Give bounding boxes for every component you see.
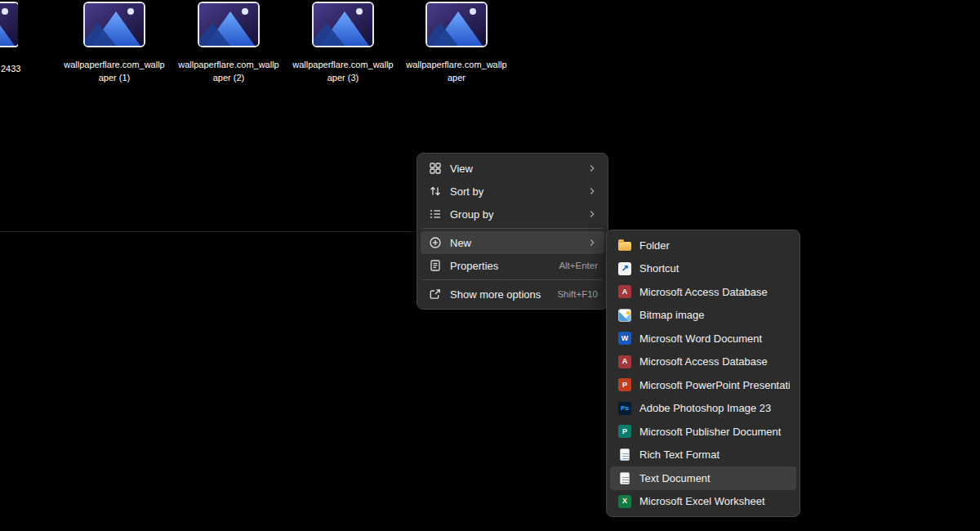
sort-icon xyxy=(429,185,442,198)
menu-item-show-more-options[interactable]: Show more options Shift+F10 xyxy=(421,283,604,306)
more-options-icon xyxy=(429,288,442,301)
submenu-item-label: Bitmap image xyxy=(639,309,790,321)
submenu-item-excel-worksheet[interactable]: X Microsoft Excel Worksheet xyxy=(610,490,796,514)
desktop-icon[interactable]: wallpaperflare.com_wallpaper (2) xyxy=(172,2,286,85)
photoshop-icon: Ps xyxy=(618,402,631,415)
submenu-item-text-document[interactable]: Text Document xyxy=(610,466,796,490)
desktop-icon[interactable]: wallpaperflare.com_wallpaper (1) xyxy=(57,2,172,85)
menu-item-label: Show more options xyxy=(450,288,547,301)
submenu-item-label: Microsoft Word Document xyxy=(639,332,790,345)
properties-icon xyxy=(429,259,442,272)
image-thumbnail xyxy=(83,2,145,47)
submenu-item-label: Rich Text Format xyxy=(639,448,790,461)
submenu-item-photoshop-image[interactable]: Ps Adobe Photoshop Image 23 xyxy=(610,397,796,421)
submenu-item-powerpoint-presentation[interactable]: P Microsoft PowerPoint Presentation xyxy=(610,373,796,397)
image-thumbnail xyxy=(198,2,260,47)
submenu-item-label: Text Document xyxy=(639,472,790,484)
menu-item-sort-by[interactable]: Sort by xyxy=(421,180,604,203)
desktop-icon-label: 2433 xyxy=(1,64,37,74)
submenu-item-label: Adobe Photoshop Image 23 xyxy=(639,402,790,414)
menu-item-label: New xyxy=(450,237,586,249)
desktop-icon-label: wallpaperflare.com_wallpaper (2) xyxy=(177,59,280,85)
submenu-item-access-database[interactable]: A Microsoft Access Database xyxy=(610,280,796,304)
submenu-item-label: Microsoft Excel Worksheet xyxy=(639,495,790,507)
submenu-item-label: Microsoft Publisher Document xyxy=(639,426,790,438)
new-plus-icon xyxy=(429,236,442,249)
excel-icon: X xyxy=(618,495,631,508)
submenu-item-rich-text-format[interactable]: Rich Text Format xyxy=(610,444,796,467)
submenu-item-word-document[interactable]: W Microsoft Word Document xyxy=(610,327,796,350)
shortcut-icon: ↗ xyxy=(618,262,631,275)
publisher-icon: P xyxy=(618,425,631,438)
submenu-item-shortcut[interactable]: ↗ Shortcut xyxy=(610,257,796,281)
desktop-icon-label: wallpaperflare.com_wallpaper (1) xyxy=(63,59,166,85)
powerpoint-icon: P xyxy=(618,378,631,391)
submenu-item-label: Shortcut xyxy=(639,262,790,274)
rtf-icon xyxy=(618,448,631,462)
group-list-icon xyxy=(429,207,442,221)
menu-item-view[interactable]: View xyxy=(421,157,604,180)
new-submenu: Folder ↗ Shortcut A Microsoft Access Dat… xyxy=(606,230,800,517)
context-menu: View Sort by Group by New xyxy=(416,153,608,310)
desktop-icon-partial[interactable] xyxy=(0,2,18,52)
image-thumbnail xyxy=(0,2,18,47)
desktop-icon[interactable]: wallpaperflare.com_wallpaper xyxy=(399,2,514,85)
desktop-icon-label: wallpaperflare.com_wallpaper xyxy=(405,59,508,85)
submenu-item-label: Folder xyxy=(639,239,790,252)
chevron-right-icon xyxy=(586,208,598,220)
menu-item-shortcut: Alt+Enter xyxy=(549,261,598,270)
image-thumbnail xyxy=(312,2,374,47)
submenu-item-label: Microsoft PowerPoint Presentation xyxy=(639,379,790,391)
chevron-right-icon xyxy=(586,185,598,197)
selection-line xyxy=(0,231,416,232)
menu-item-label: Sort by xyxy=(450,185,586,198)
submenu-item-bitmap-image[interactable]: Bitmap image xyxy=(610,304,796,328)
submenu-item-label: Microsoft Access Database xyxy=(639,355,790,368)
access-icon: A xyxy=(618,355,631,368)
submenu-item-folder[interactable]: Folder xyxy=(610,234,796,257)
image-thumbnail xyxy=(425,2,488,47)
desktop-icon-label: wallpaperflare.com_wallpaper (3) xyxy=(292,59,394,85)
menu-item-label: Group by xyxy=(450,208,586,221)
desktop-icon[interactable]: wallpaperflare.com_wallpaper (3) xyxy=(286,2,400,85)
chevron-right-icon xyxy=(586,163,598,174)
menu-item-label: Properties xyxy=(450,260,549,272)
text-document-icon xyxy=(618,471,631,484)
menu-item-group-by[interactable]: Group by xyxy=(421,203,604,225)
submenu-item-label: Microsoft Access Database xyxy=(639,286,790,298)
menu-item-label: View xyxy=(450,163,586,175)
menu-separator xyxy=(422,279,603,280)
submenu-item-access-database-2[interactable]: A Microsoft Access Database xyxy=(610,350,796,374)
menu-separator xyxy=(422,228,603,229)
chevron-right-icon xyxy=(586,237,598,248)
bitmap-image-icon xyxy=(618,309,631,322)
menu-item-shortcut: Shift+F10 xyxy=(547,289,598,299)
access-icon: A xyxy=(618,285,631,298)
submenu-item-publisher-document[interactable]: P Microsoft Publisher Document xyxy=(610,420,796,444)
view-grid-icon xyxy=(429,162,442,175)
menu-item-properties[interactable]: Properties Alt+Enter xyxy=(421,254,604,277)
folder-icon xyxy=(618,239,631,252)
menu-item-new[interactable]: New xyxy=(421,231,604,254)
word-icon: W xyxy=(618,332,631,345)
